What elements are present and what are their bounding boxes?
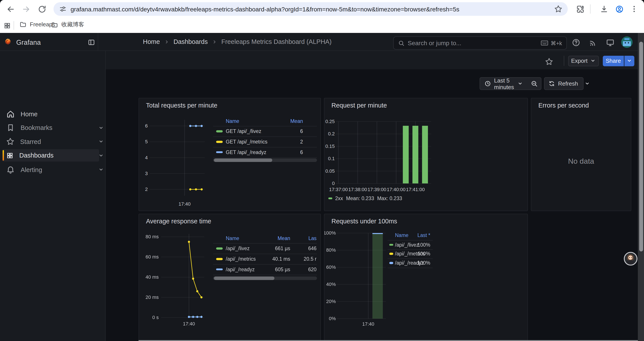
legend-series-name[interactable]: /api/_/metrics (226, 256, 256, 261)
sidebar-item-bookmarks[interactable]: Bookmarks (2, 122, 99, 134)
apps-grid-icon[interactable] (4, 22, 11, 30)
svg-text:100%: 100% (324, 230, 336, 236)
legend-scrollbar-thumb[interactable] (214, 158, 272, 162)
refresh-picker[interactable]: Refresh (544, 77, 584, 90)
legend-value: 100% (417, 260, 430, 265)
share-menu-button[interactable] (624, 56, 634, 66)
share-button[interactable]: Share (603, 56, 624, 66)
downloads-icon[interactable] (600, 5, 608, 14)
legend-series-name[interactable]: GET /api/_/livez (226, 129, 261, 134)
series-color-swatch[interactable] (216, 130, 223, 132)
toolbar-separator (590, 5, 590, 14)
chevron-down-icon[interactable] (584, 81, 590, 87)
legend-series-name[interactable]: 2xx (335, 196, 343, 201)
url-text[interactable]: grafana.mathmast.com/d/deytv4rwavabkb/fr… (70, 6, 459, 13)
legend-divider (387, 240, 433, 240)
chevron-down-icon[interactable] (98, 153, 104, 158)
series-color-swatch[interactable] (389, 253, 393, 255)
menu-dots-icon[interactable] (630, 5, 638, 13)
breadcrumb-home[interactable]: Home (143, 38, 160, 45)
series-color-swatch[interactable] (216, 258, 223, 260)
legend-series-name[interactable]: GET /api/_/metrics (226, 139, 268, 144)
svg-text:20 ms: 20 ms (146, 294, 159, 300)
grafana-logo[interactable] (4, 38, 12, 48)
chevron-down-icon[interactable] (98, 167, 104, 172)
svg-text:0.1: 0.1 (328, 156, 335, 161)
svg-text:17:39:00: 17:39:00 (368, 187, 386, 192)
legend-value: 6 (300, 129, 303, 134)
horizontal-scrollbar[interactable] (138, 340, 638, 341)
series-color-swatch[interactable] (389, 244, 393, 246)
legend-series-name[interactable]: GET /api/_/readyz (226, 149, 266, 155)
panel-title[interactable]: Errors per second (538, 102, 589, 109)
extensions-icon[interactable] (576, 5, 584, 13)
legend-header[interactable]: Last * (417, 232, 430, 238)
svg-text:6: 6 (145, 123, 148, 129)
legend-header[interactable]: Name (226, 235, 239, 241)
search-input[interactable]: Search or jump to... ⌘+k (393, 37, 567, 50)
forward-icon[interactable] (22, 5, 31, 14)
legend-scrollbar-thumb[interactable] (214, 276, 274, 280)
address-bar[interactable]: grafana.mathmast.com/d/deytv4rwavabkb/fr… (54, 2, 568, 16)
sidebar-item-dashboards[interactable]: Dashboards (2, 149, 99, 162)
help-icon[interactable] (572, 38, 580, 47)
favorite-star-icon[interactable] (545, 58, 553, 66)
zoom-out-icon[interactable] (531, 80, 538, 87)
user-avatar[interactable] (621, 37, 632, 48)
keyboard-icon (540, 40, 548, 46)
sidebar-item-alerting[interactable]: Alerting (2, 163, 99, 176)
legend-divider (213, 147, 317, 147)
legend-series-name[interactable]: /api/_/livez (226, 246, 250, 251)
legend-header[interactable]: Mean (278, 235, 290, 241)
legend-header[interactable]: Name (395, 232, 408, 238)
profile-icon[interactable] (615, 5, 624, 14)
export-button[interactable]: Export (568, 56, 599, 66)
svg-text:40%: 40% (326, 281, 336, 287)
legend-value: 40.1 ms (272, 256, 290, 261)
page-scrollbar-thumb[interactable] (639, 42, 643, 251)
chevron-down-icon[interactable] (98, 139, 104, 144)
dashboard-toolbar (106, 51, 644, 69)
sidebar-menu: HomeBookmarksStarredDashboardsAlerting (0, 51, 106, 183)
svg-text:40 ms: 40 ms (146, 274, 159, 280)
series-color-swatch[interactable] (216, 141, 223, 143)
legend-series-name[interactable]: /api/_/readyz (226, 267, 255, 272)
chevron-down-icon[interactable] (98, 125, 104, 131)
toolbar-divider (564, 56, 564, 66)
legend-series-name[interactable]: /api/_/livez (395, 242, 419, 247)
bookmark-folder-freeleaps[interactable]: Freeleaps (19, 21, 55, 28)
site-settings-icon[interactable] (59, 5, 67, 13)
bookmark-folder-blogs[interactable]: 收藏博客 (51, 21, 84, 29)
sidebar-item-home[interactable]: Home (2, 108, 99, 120)
series-color-swatch[interactable] (216, 268, 223, 270)
series-color-swatch[interactable] (216, 247, 223, 249)
svg-text:3: 3 (145, 171, 148, 176)
panel-requests-under-100ms: Requests under 100ms 100%80%60%40%20%0%1… (324, 214, 528, 341)
dock-menu-icon[interactable] (88, 39, 95, 46)
kiosk-monitor-icon[interactable] (606, 38, 615, 47)
legend-divider (387, 258, 433, 259)
series-color-swatch[interactable] (389, 262, 393, 264)
svg-text:60%: 60% (326, 264, 336, 270)
legend-header[interactable]: Name (226, 119, 239, 124)
screen: grafana.mathmast.com/d/deytv4rwavabkb/fr… (0, 0, 644, 341)
time-range-picker[interactable]: Last 5 minutes (480, 77, 542, 90)
back-icon[interactable] (6, 5, 15, 14)
bookmarks-bar (0, 18, 644, 33)
svg-text:80 ms: 80 ms (146, 234, 159, 239)
legend-header[interactable]: Mean (290, 119, 303, 124)
legend-value: 100% (417, 242, 430, 247)
bookmark-star-icon[interactable] (554, 5, 562, 13)
legend-divider (213, 136, 317, 137)
news-rss-icon[interactable] (589, 38, 598, 47)
svg-text:0: 0 (332, 181, 335, 186)
sidebar-item-starred[interactable]: Starred (2, 135, 99, 148)
sidebar-item-label: Home (20, 110, 38, 117)
legend-header[interactable]: Las (308, 235, 316, 241)
chevron-down-icon (517, 81, 523, 87)
series-color-swatch[interactable] (216, 151, 223, 153)
reload-icon[interactable] (38, 5, 46, 14)
legend-row[interactable]: 2xxMean: 0.233Max: 0.233 (328, 196, 402, 201)
breadcrumb-dashboards[interactable]: Dashboards (174, 38, 208, 45)
assistant-avatar-widget[interactable] (624, 252, 638, 265)
